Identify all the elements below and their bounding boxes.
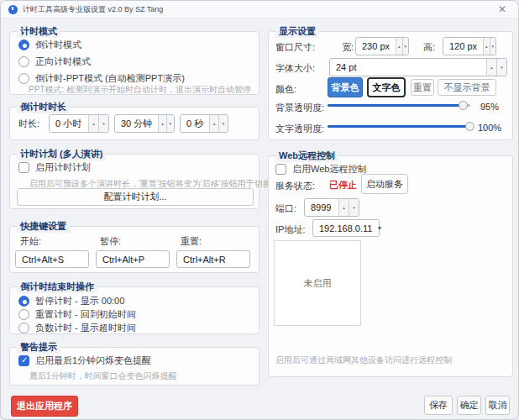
countdown-duration-title: 倒计时时长: [17, 101, 70, 113]
save-button[interactable]: 保存: [424, 396, 453, 415]
start-service-button[interactable]: 启动服务: [361, 174, 408, 194]
qr-placeholder-text: 未启用: [304, 277, 332, 290]
warning-enable-checkbox[interactable]: [18, 355, 29, 366]
radio-end-pause[interactable]: [18, 296, 29, 307]
width-value: 230 px: [356, 38, 396, 55]
height-down-icon[interactable]: ▾: [490, 38, 495, 55]
radio-countdown[interactable]: [18, 39, 29, 50]
window-size-label: 窗口尺寸:: [275, 41, 315, 54]
web-remote-enable-row[interactable]: 启用Web远程控制: [275, 163, 366, 176]
port-spinner[interactable]: 8999 ▴ ▾: [304, 198, 359, 217]
minutes-down-icon[interactable]: ▾: [166, 115, 174, 132]
hours-down-icon[interactable]: ▾: [98, 115, 108, 132]
width-label: 宽:: [342, 41, 354, 54]
configure-plan-button[interactable]: 配置计时计划...: [17, 188, 254, 206]
end-action-reset-row[interactable]: 重置计时 - 回到初始时间: [18, 308, 136, 321]
service-status-label: 服务状态:: [275, 180, 315, 192]
font-size-value: 24 pt: [330, 59, 486, 76]
end-action-pause-row[interactable]: 暂停计时 - 显示 00:00: [18, 295, 124, 307]
web-remote-title: Web远程控制: [275, 150, 338, 162]
radio-ppt[interactable]: [18, 73, 29, 84]
minutes-spinner[interactable]: 30 分钟 ▴ ▾: [114, 114, 175, 133]
port-down-icon[interactable]: ▾: [349, 199, 359, 216]
timing-mode-option-countdown[interactable]: 倒计时模式: [18, 39, 81, 51]
font-size-up-icon[interactable]: ▴: [486, 59, 496, 76]
warning-enable-row[interactable]: 启用最后1分钟闪烁变色提醒: [18, 354, 151, 367]
minutes-up-icon[interactable]: ▴: [158, 115, 165, 132]
text-opacity-fill: [328, 125, 470, 128]
enable-timing-plan-label: 启用计时计划: [35, 161, 91, 174]
hotkey-pause-label: 暂停:: [100, 235, 121, 248]
service-status-value: 已停止: [329, 179, 357, 192]
seconds-up-icon[interactable]: ▴: [209, 115, 218, 132]
hotkey-pause-input[interactable]: Ctrl+Alt+P: [96, 250, 170, 268]
cancel-button[interactable]: 取消: [485, 396, 510, 415]
warning-group: 警告提示 启用最后1分钟闪烁变色提醒 最后1分钟时，时间窗口会变色闪烁提醒: [9, 347, 260, 386]
enable-timing-plan-row[interactable]: 启用计时计划: [18, 161, 91, 174]
font-size-down-icon[interactable]: ▾: [496, 59, 506, 76]
display-settings-group: 显示设置 窗口尺寸: 宽: 230 px ▴ ▾ 高: 120 px ▴ ▾ 字…: [268, 31, 513, 140]
ok-button[interactable]: 确定: [457, 396, 481, 415]
bg-opacity-value: 95%: [480, 102, 499, 112]
width-down-icon[interactable]: ▾: [402, 38, 408, 55]
hours-spinner[interactable]: 0 小时 ▴ ▾: [49, 114, 109, 133]
radio-countup[interactable]: [18, 56, 29, 67]
font-size-spinner[interactable]: 24 pt ▴ ▾: [329, 58, 507, 76]
seconds-down-icon[interactable]: ▾: [218, 115, 228, 132]
web-remote-note: 启用后可通过局域网其他设备访问进行远程控制: [275, 354, 452, 366]
close-icon[interactable]: ✕: [494, 3, 511, 16]
timing-mode-option-ppt[interactable]: 倒计时-PPT模式 (自动检测PPT演示): [18, 72, 185, 85]
radio-end-negative[interactable]: [18, 323, 29, 333]
exit-app-button[interactable]: 退出应用程序: [11, 396, 78, 417]
radio-end-reset[interactable]: [18, 309, 29, 320]
port-up-icon[interactable]: ▴: [338, 199, 349, 216]
no-background-button[interactable]: 不显示背景: [438, 79, 496, 96]
timing-mode-option-countup[interactable]: 正向计时模式: [18, 55, 91, 68]
port-value: 8999: [305, 199, 338, 216]
color-label: 颜色:: [275, 83, 296, 96]
hotkeys-group: 快捷键设置 开始: 暂停: 重置: Ctrl+Alt+S Ctrl+Alt+P …: [9, 226, 260, 273]
window-title: 计时工具高级专业版设置 v2.0 By SZ Tang: [23, 4, 163, 15]
titlebar: 计时工具高级专业版设置 v2.0 By SZ Tang ✕: [1, 1, 518, 18]
text-color-button[interactable]: 文字色: [367, 77, 406, 97]
end-action-negative-row[interactable]: 负数计时 - 显示超时时间: [18, 322, 136, 334]
hotkey-reset-input[interactable]: Ctrl+Alt+R: [176, 250, 250, 268]
height-up-icon[interactable]: ▴: [483, 38, 489, 55]
color-reset-button[interactable]: 重置: [411, 79, 434, 96]
hours-value: 0 小时: [50, 115, 88, 132]
warning-title: 警告提示: [17, 341, 60, 354]
hours-up-icon[interactable]: ▴: [88, 115, 98, 132]
qr-code-placeholder: 未启用: [274, 240, 361, 326]
hotkey-start-input[interactable]: Ctrl+Alt+S: [15, 250, 89, 268]
width-spinner[interactable]: 230 px ▴ ▾: [355, 37, 409, 55]
end-action-title: 倒计时结束时操作: [17, 281, 97, 293]
hotkey-start-label: 开始:: [20, 235, 41, 248]
dropdown-arrow-icon: ▼: [376, 225, 382, 231]
timing-plan-group: 计时计划 (多人演讲) 启用计时计划 启用后可预设多个演讲时长，'重置'按钮将变…: [9, 154, 260, 209]
background-color-button[interactable]: 背景色: [328, 77, 363, 97]
text-opacity-label: 文字透明度:: [275, 123, 324, 135]
text-opacity-slider[interactable]: [328, 121, 470, 131]
warning-note: 最后1分钟时，时间窗口会变色闪烁提醒: [29, 370, 177, 382]
ip-address-value: 192.168.0.11: [319, 223, 372, 234]
height-spinner[interactable]: 120 px ▴ ▾: [443, 37, 496, 55]
ppt-mode-note: PPT模式: 检测到演示开始时自动计时，退出演示时自动暂停: [29, 84, 251, 96]
bg-opacity-fill: [328, 104, 464, 107]
bg-opacity-slider[interactable]: [328, 100, 470, 110]
enable-timing-plan-checkbox[interactable]: [18, 162, 29, 173]
text-opacity-value: 100%: [478, 123, 501, 133]
ip-address-dropdown[interactable]: 192.168.0.11 ▼: [312, 219, 380, 237]
port-label: 端口:: [275, 202, 296, 215]
web-remote-group: Web远程控制 启用Web远程控制 服务状态: 已停止 启动服务 端口: 899…: [268, 155, 513, 377]
width-up-icon[interactable]: ▴: [396, 38, 401, 55]
seconds-spinner[interactable]: 0 秒 ▴ ▾: [180, 114, 228, 133]
web-remote-enable-checkbox[interactable]: [275, 164, 286, 175]
countdown-duration-group: 倒计时时长 时长: 0 小时 ▴ ▾ 30 分钟 ▴ ▾ 0 秒 ▴ ▾: [9, 107, 260, 140]
warning-enable-label: 启用最后1分钟闪烁变色提醒: [35, 354, 151, 367]
text-opacity-thumb[interactable]: [465, 122, 474, 131]
radio-end-reset-label: 重置计时 - 回到初始时间: [35, 308, 136, 321]
radio-countdown-label: 倒计时模式: [35, 39, 81, 51]
timing-mode-title: 计时模式: [17, 25, 60, 38]
bg-opacity-thumb[interactable]: [458, 101, 467, 110]
radio-end-pause-label: 暂停计时 - 显示 00:00: [35, 295, 124, 307]
